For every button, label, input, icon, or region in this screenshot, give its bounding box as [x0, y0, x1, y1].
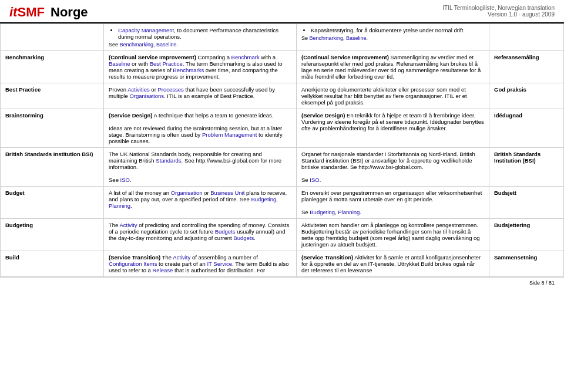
en-cell: The Activity of predicting and controlli…: [104, 219, 297, 251]
term-cell: Build: [1, 251, 104, 277]
trans-cell: Budsjett: [489, 187, 564, 219]
capacity-link[interactable]: Capacity Management: [118, 27, 174, 33]
activity-link[interactable]: Activity: [120, 222, 137, 228]
term-cell: Brainstorming: [1, 109, 104, 148]
no-cell: (Continual Service Improvement) Sammenli…: [297, 51, 489, 83]
title-line1: ITIL Terminologiliste, Norwegian transla…: [442, 5, 555, 11]
trans-cell: Idédugnad: [489, 109, 564, 148]
benchmarking-link-en[interactable]: Benchmarking: [120, 42, 154, 48]
see-en: See Benchmarking, Baseline.: [109, 42, 291, 48]
en-cell: Capacity Management, to document Perform…: [104, 24, 297, 51]
trans-cell: Sammensetning: [489, 251, 564, 277]
en-cell: (Continual Service Improvement) Comparin…: [104, 51, 297, 83]
businessunit-link[interactable]: Business Unit: [210, 190, 244, 196]
en-bold-prefix: (Service Transition): [109, 254, 160, 261]
en-cell: (Service Transition) The Activity of ass…: [104, 251, 297, 277]
organisations-link[interactable]: Organisations: [129, 93, 164, 99]
problemmanagement-link[interactable]: Problem Management: [202, 131, 257, 138]
no-cell: Anerkjente og dokumenterte aktiviteter e…: [297, 83, 489, 109]
trans-cell: God praksis: [489, 83, 564, 109]
page-footer: Side 8 / 81: [0, 277, 564, 288]
table-row: Budgeting The Activity of predicting and…: [1, 219, 564, 251]
budgeting-link-no[interactable]: Budgeting: [310, 209, 335, 215]
en-cell: Proven Activities or Processes that have…: [104, 83, 297, 109]
table-row: Build (Service Transition) The Activity …: [1, 251, 564, 277]
main-table: Capacity Management, to document Perform…: [0, 23, 564, 277]
release-link[interactable]: Release: [153, 267, 173, 273]
header: itSMF Norge ITIL Terminologiliste, Norwe…: [0, 0, 564, 23]
logo-smf: SMF: [17, 5, 44, 20]
en-cell: The UK National Standards body, responsi…: [104, 148, 297, 187]
benchmark-link[interactable]: Benchmark: [231, 54, 260, 60]
table-row: Budget A list of all the money an Organi…: [1, 187, 564, 219]
trans-cell: Referansemåling: [489, 51, 564, 83]
page: itSMF Norge ITIL Terminologiliste, Norwe…: [0, 0, 564, 288]
trans-cell: British Standards Institution (BSI): [489, 148, 564, 187]
no-bold-prefix: (Service Transition): [301, 254, 353, 261]
activities-link[interactable]: Activities: [127, 86, 149, 93]
planning-link-no[interactable]: Planning: [338, 209, 360, 215]
itservice-link[interactable]: IT Service: [207, 261, 232, 267]
bestpractice-link[interactable]: Best Practice: [150, 60, 183, 67]
budgets-link2[interactable]: Budgets: [233, 235, 254, 241]
no-bold-prefix: (Continual Service Improvement): [301, 54, 389, 60]
table-row: Benchmarking (Continual Service Improvem…: [1, 51, 564, 83]
header-title: ITIL Terminologiliste, Norwegian transla…: [442, 5, 555, 18]
logo-norge: Norge: [47, 5, 88, 20]
budgets-link[interactable]: Budgets: [215, 228, 236, 235]
planning-link-en[interactable]: Planning: [109, 202, 130, 209]
term-cell: British Standards Institution BSI): [1, 148, 104, 187]
table-row: Best Practice Proven Activities or Proce…: [1, 83, 564, 109]
logo-it: it: [9, 5, 17, 20]
no-cell: Organet for nasjonale standarder i Storb…: [297, 148, 489, 187]
table-row: Capacity Management, to document Perform…: [1, 24, 564, 51]
list-item: Capacity Management, to document Perform…: [118, 27, 291, 40]
en-cell: A list of all the money an Organisation …: [104, 187, 297, 219]
no-cell: Kapasitetsstyring, for å dokumentere yte…: [297, 24, 489, 51]
benchmarking-link-no[interactable]: Benchmarking: [310, 35, 344, 41]
no-bold-prefix: (Service Design): [301, 112, 345, 119]
table-row: British Standards Institution BSI) The U…: [1, 148, 564, 187]
trans-cell: Budsjettering: [489, 219, 564, 251]
title-line2: Version 1.0 - august 2009: [442, 11, 555, 18]
iso-link-en[interactable]: ISO: [120, 177, 130, 183]
en-bold-prefix: (Continual Service Improvement): [109, 54, 196, 60]
no-cell: (Service Transition) Aktivitet for å sam…: [297, 251, 489, 277]
term-cell: Budgeting: [1, 219, 104, 251]
en-cell: (Service Design) A technique that helps …: [104, 109, 297, 148]
logo: itSMF Norge: [9, 5, 88, 20]
iso-link-no[interactable]: ISO: [310, 177, 319, 183]
configitems-link[interactable]: Configuration Items: [109, 261, 157, 267]
baseline-link-en[interactable]: Baseline: [156, 42, 177, 48]
benchmarks-link[interactable]: Benchmarks: [173, 67, 204, 73]
term-cell: [1, 24, 104, 51]
term-cell: Benchmarking: [1, 51, 104, 83]
term-cell: Best Practice: [1, 83, 104, 109]
organisation-link[interactable]: Organisation: [171, 190, 203, 196]
no-cell: Aktiviteten som handler om å planlegge o…: [297, 219, 489, 251]
page-number: Side 8 / 81: [529, 280, 555, 286]
activity-link2[interactable]: Activity: [173, 254, 190, 261]
processes-link[interactable]: Processes: [157, 86, 183, 93]
see-no: Se Benchmarking, Baseline.: [301, 35, 484, 41]
standards-link[interactable]: Standards: [156, 157, 181, 164]
no-cell: (Service Design) En teknikk for å hjelpe…: [297, 109, 489, 148]
budgeting-link-en[interactable]: Budgeting: [251, 196, 276, 202]
term-cell: Budget: [1, 187, 104, 219]
en-bold-prefix: (Service Design): [109, 112, 152, 119]
baseline-link[interactable]: Baseline: [109, 60, 130, 67]
no-cell: En oversikt over pengestrømmen en organi…: [297, 187, 489, 219]
list-item: Kapasitetsstyring, for å dokumentere yte…: [311, 27, 484, 33]
trans-cell: [489, 24, 564, 51]
baseline-link-no[interactable]: Baseline: [346, 35, 367, 41]
table-row: Brainstorming (Service Design) A techniq…: [1, 109, 564, 148]
